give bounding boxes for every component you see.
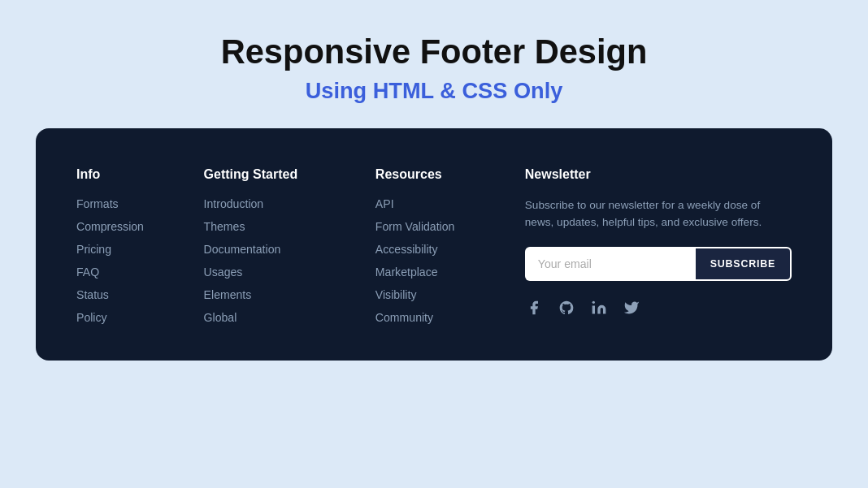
link-accessibility[interactable]: Accessibility [375, 243, 438, 256]
col-info-heading: Info [76, 167, 188, 182]
list-item: Themes [204, 219, 359, 234]
list-item: Global [204, 310, 359, 325]
link-marketplace[interactable]: Marketplace [375, 266, 438, 279]
github-icon[interactable] [558, 299, 575, 317]
list-item: Formats [76, 196, 188, 211]
list-item: Compression [76, 219, 188, 234]
svg-point-0 [592, 301, 594, 304]
list-item: Community [375, 310, 509, 325]
link-faq[interactable]: FAQ [76, 266, 99, 279]
footer-col-newsletter: Newsletter Subscribe to our newsletter f… [525, 167, 792, 325]
col-info-list: Formats Compression Pricing FAQ Status P… [76, 196, 188, 325]
link-global[interactable]: Global [204, 311, 237, 324]
footer-col-getting-started: Getting Started Introduction Themes Docu… [204, 167, 359, 325]
list-item: Pricing [76, 242, 188, 257]
list-item: Introduction [204, 196, 359, 211]
list-item: API [375, 196, 509, 211]
link-visibility[interactable]: Visibility [375, 288, 417, 301]
link-api[interactable]: API [375, 197, 394, 210]
link-elements[interactable]: Elements [204, 288, 252, 301]
link-policy[interactable]: Policy [76, 311, 107, 324]
page-title: Responsive Footer Design [221, 32, 648, 71]
link-status[interactable]: Status [76, 288, 109, 301]
col-resources-heading: Resources [375, 167, 509, 182]
link-community[interactable]: Community [375, 311, 433, 324]
list-item: Documentation [204, 242, 359, 257]
link-documentation[interactable]: Documentation [204, 243, 281, 256]
newsletter-form: SUBSCRIBE [525, 247, 792, 281]
list-item: Form Validation [375, 219, 509, 234]
link-form-validation[interactable]: Form Validation [375, 220, 455, 233]
link-compression[interactable]: Compression [76, 220, 144, 233]
link-introduction[interactable]: Introduction [204, 197, 264, 210]
email-input[interactable] [525, 247, 694, 281]
linkedin-icon[interactable] [590, 299, 608, 317]
footer-col-info: Info Formats Compression Pricing FAQ Sta… [76, 167, 188, 325]
list-item: Accessibility [375, 242, 509, 257]
list-item: Policy [76, 310, 188, 325]
link-themes[interactable]: Themes [204, 220, 245, 233]
col-getting-started-heading: Getting Started [204, 167, 359, 182]
col-resources-list: API Form Validation Accessibility Market… [375, 196, 509, 325]
social-icons [525, 299, 792, 317]
list-item: Marketplace [375, 265, 509, 279]
list-item: Elements [204, 287, 359, 302]
page-subtitle: Using HTML & CSS Only [221, 78, 648, 104]
list-item: Usages [204, 265, 359, 279]
newsletter-description: Subscribe to our newsletter for a weekly… [525, 196, 792, 231]
facebook-icon[interactable] [525, 299, 543, 317]
link-usages[interactable]: Usages [204, 266, 243, 279]
twitter-icon[interactable] [623, 299, 640, 317]
list-item: Status [76, 287, 188, 302]
list-item: Visibility [375, 287, 509, 302]
link-pricing[interactable]: Pricing [76, 243, 111, 256]
col-getting-started-list: Introduction Themes Documentation Usages… [204, 196, 359, 325]
list-item: FAQ [76, 265, 188, 279]
footer-col-resources: Resources API Form Validation Accessibil… [375, 167, 509, 325]
link-formats[interactable]: Formats [76, 197, 119, 210]
subscribe-button[interactable]: SUBSCRIBE [694, 247, 792, 281]
footer-grid: Info Formats Compression Pricing FAQ Sta… [76, 167, 792, 325]
newsletter-heading: Newsletter [525, 167, 792, 182]
footer: Info Formats Compression Pricing FAQ Sta… [36, 128, 832, 361]
page-header: Responsive Footer Design Using HTML & CS… [221, 32, 648, 104]
